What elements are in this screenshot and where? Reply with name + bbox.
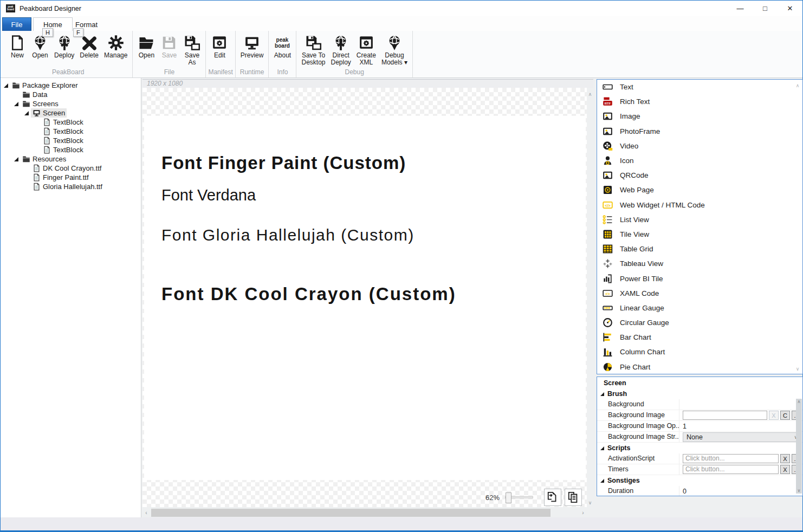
open-button[interactable]: Open (135, 32, 158, 59)
property-row-duration[interactable]: Duration0 (597, 486, 802, 496)
scroll-left-icon[interactable]: ‹ (143, 510, 150, 516)
property-row-background[interactable]: Background (597, 399, 802, 410)
toolbox-item-web-page[interactable]: Web Page (597, 183, 802, 197)
value-field[interactable]: Click button... (683, 465, 779, 474)
property-scroll-down-icon[interactable]: ∨ (796, 488, 802, 493)
canvas-scroll-down-icon[interactable]: ∨ (587, 499, 593, 506)
toolbox-item-linear-gauge[interactable]: Linear Gauge (597, 301, 802, 315)
property-row-background-image[interactable]: Background ImageXC... (597, 410, 802, 421)
tree-item-dk-cool-crayon-ttf[interactable]: DK Cool Crayon.ttf (1, 164, 141, 173)
property-value[interactable]: XC... (679, 410, 802, 420)
toolbox-scroll-down-icon[interactable]: ∨ (794, 366, 801, 372)
zoom-slider-handle[interactable] (506, 492, 511, 503)
toolbox-item-rich-text[interactable]: RTFRich Text (597, 94, 802, 109)
property-scrollbar[interactable]: ∧ ∨ (796, 399, 802, 494)
toolbox-item-circular-gauge[interactable]: Circular Gauge (597, 315, 802, 330)
expand-collapse-icon[interactable] (600, 392, 604, 396)
property-row-activationscript[interactable]: ActivationScriptClick button...X... (597, 453, 802, 464)
toolbox-item-tile-view[interactable]: Tile View (597, 227, 802, 242)
tab-file[interactable]: File (2, 17, 31, 31)
property-value[interactable]: 0 (679, 486, 802, 496)
toolbox-item-qrcode[interactable]: QRCode (597, 168, 802, 183)
tree-item-textblock[interactable]: TextBlock (1, 118, 141, 127)
property-row-background-image-str-[interactable]: Background Image Str...None∨ (597, 432, 802, 443)
expand-collapse-icon[interactable] (600, 479, 604, 483)
tree-item-textblock[interactable]: TextBlock (1, 127, 141, 136)
canvas-textblock-3[interactable]: Font Gloria Hallelujah (Custom) (161, 226, 415, 244)
fit-to-window-button[interactable] (544, 489, 561, 506)
property-value[interactable]: Click button...X... (679, 464, 802, 475)
tree-item-gloria-hallelujah-ttf[interactable]: Gloria Hallelujah.ttf (1, 182, 141, 191)
tree-item-screens[interactable]: Screens (1, 99, 141, 108)
property-row-timers[interactable]: TimersClick button...X... (597, 464, 802, 475)
property-row-background-image-op-[interactable]: Background Image Op...1 (597, 421, 802, 432)
save-button[interactable]: Save As (180, 32, 203, 66)
property-group-scripts[interactable]: Scripts (597, 443, 802, 453)
copy-screen-button[interactable] (565, 489, 582, 506)
canvas-textblock-4[interactable]: Font DK Cool Crayon (Custom) (161, 284, 456, 304)
x-button[interactable]: X (780, 454, 790, 463)
toolbox-item-bar-chart[interactable]: Bar Chart (597, 330, 802, 345)
toolbox-item-video[interactable]: Video (597, 139, 802, 153)
scroll-right-icon[interactable]: › (579, 510, 587, 516)
debug-button[interactable]: Debug Models ▾ (379, 32, 410, 66)
dropdown-background-image-str-[interactable]: None∨ (683, 432, 801, 442)
save-to-button[interactable]: Save To Desktop (299, 32, 328, 66)
preview-button[interactable]: Preview (238, 32, 267, 59)
toolbox-scroll-up-icon[interactable]: ∧ (794, 83, 801, 88)
canvas-textblock-1[interactable]: Font Finger Paint (Custom) (161, 153, 406, 173)
tree-item-data[interactable]: Data (1, 90, 141, 99)
toolbox-item-xaml-code[interactable]: <>XAML Code (597, 286, 802, 301)
expand-collapse-icon[interactable] (14, 102, 18, 106)
close-button[interactable]: ✕ (778, 1, 802, 16)
design-artboard[interactable]: Font Finger Paint (Custom)Font VerdanaFo… (144, 116, 586, 480)
toolbox-item-image[interactable]: Image (597, 109, 802, 124)
toolbox-item-web-widget-html-code[interactable]: </>Web Widget / HTML Code (597, 198, 802, 212)
about-button[interactable]: peakboardAbout (271, 32, 294, 59)
expand-collapse-icon[interactable] (4, 83, 8, 88)
property-group-sonstiges[interactable]: Sonstiges (597, 475, 802, 486)
canvas-scroll-area[interactable]: Font Finger Paint (Custom)Font VerdanaFo… (143, 88, 587, 507)
property-value[interactable]: Click button...X... (679, 453, 802, 464)
minimize-button[interactable]: — (728, 1, 753, 16)
toolbox-item-list-view[interactable]: List View (597, 212, 802, 227)
toolbox-item-pie-chart[interactable]: Pie Chart (597, 360, 802, 374)
tree-item-textblock[interactable]: TextBlock (1, 145, 141, 154)
property-value[interactable] (679, 399, 802, 410)
expand-collapse-icon[interactable] (600, 446, 604, 450)
value-field[interactable] (683, 411, 767, 420)
maximize-button[interactable]: □ (753, 1, 778, 16)
new-button[interactable]: New (6, 32, 29, 59)
tree-item-textblock[interactable]: TextBlock (1, 136, 141, 145)
tree-item-package-explorer[interactable]: Package Explorer (1, 81, 141, 90)
edit-button[interactable]: Edit (208, 32, 231, 59)
canvas-horizontal-scrollbar[interactable]: ‹ › (143, 508, 587, 517)
expand-collapse-icon[interactable] (14, 157, 18, 161)
property-group-brush[interactable]: Brush (597, 388, 802, 399)
toolbox-item-text[interactable]: Text (597, 80, 802, 94)
canvas-scroll-up-icon[interactable]: ∧ (587, 91, 593, 98)
toolbox-item-tableau-view[interactable]: Tableau View (597, 256, 802, 271)
property-value[interactable]: None∨ (679, 432, 802, 442)
create-button[interactable]: Create XML (354, 32, 379, 66)
toolbox-item-power-bi-tile[interactable]: Power BI Tile (597, 271, 802, 286)
toolbox-item-icon[interactable]: Icon (597, 153, 802, 168)
property-value[interactable]: 1 (679, 421, 802, 431)
tree-item-screen[interactable]: Screen (1, 108, 141, 118)
manage-button[interactable]: Manage (101, 32, 130, 59)
property-scroll-up-icon[interactable]: ∧ (796, 399, 802, 404)
x-button[interactable]: X (780, 465, 790, 474)
value-field[interactable]: Click button... (683, 454, 779, 463)
canvas-textblock-2[interactable]: Font Verdana (161, 186, 256, 204)
tree-item-resources[interactable]: Resources (1, 154, 141, 164)
expand-collapse-icon[interactable] (24, 111, 29, 115)
tab-format[interactable]: Format (66, 17, 107, 31)
horizontal-scroll-thumb[interactable] (151, 509, 551, 517)
toolbox-item-photoframe[interactable]: PhotoFrame (597, 124, 802, 139)
direct-button[interactable]: Direct Deploy (328, 32, 354, 66)
c-button[interactable]: C (780, 411, 790, 420)
toolbox-item-table-grid[interactable]: Table Grid (597, 242, 802, 256)
zoom-slider[interactable] (505, 496, 533, 498)
toolbox-item-column-chart[interactable]: Column Chart (597, 345, 802, 359)
tree-item-finger-paint-ttf[interactable]: Finger Paint.ttf (1, 173, 141, 182)
